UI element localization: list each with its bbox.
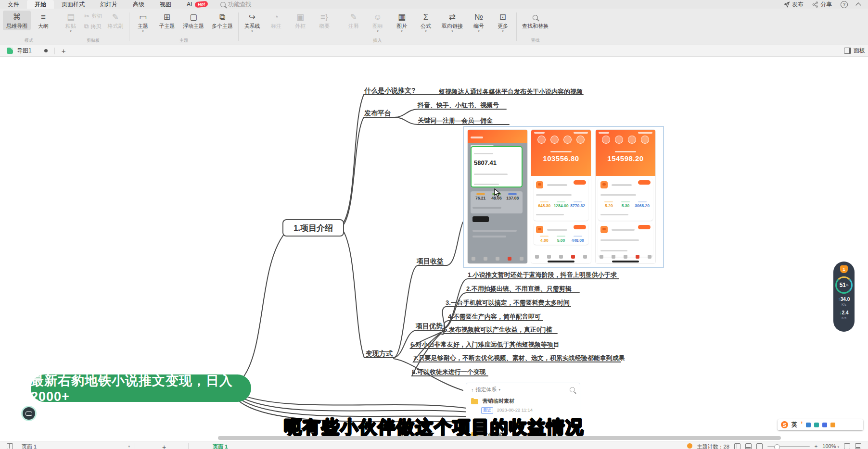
menu-tab-file[interactable]: 文件: [0, 0, 27, 9]
mic-icon[interactable]: [806, 423, 811, 427]
multiple-topic-button[interactable]: ⧉ 多个主题: [208, 11, 236, 30]
toolbox-icon[interactable]: [822, 423, 827, 427]
mascot-icon: [536, 226, 543, 233]
paper-plane-icon: [784, 1, 790, 8]
keyboard-icon[interactable]: [814, 423, 819, 427]
network-accelerator-widget[interactable]: 1 51% ↑34.0 K/s ↓2.4 K/s: [833, 262, 855, 332]
node-keyword-flow[interactable]: 关键词—注册—会员—佣金: [418, 116, 493, 125]
paste-icon: ▤: [67, 12, 75, 23]
formula-icon: Σ: [423, 12, 429, 23]
select-mode-icon[interactable]: [7, 443, 13, 449]
branch-project-income[interactable]: 项目收益: [417, 257, 444, 266]
zoom-slider[interactable]: [767, 446, 810, 447]
collapse-ribbon-icon[interactable]: [855, 2, 861, 8]
panel-header: 指定体系: [476, 386, 497, 393]
horizontal-scrollbar[interactable]: [218, 436, 781, 440]
advantage-item[interactable]: 4.不需要生产内容，简单配音即可: [448, 312, 541, 321]
upload-speed: ↑34.0 K/s: [838, 297, 850, 307]
group-label-topic: 主题: [131, 37, 236, 45]
advantage-item[interactable]: 3.一台手机就可以搞定，不需要耗费太多时间: [446, 299, 570, 307]
find-replace-button[interactable]: 查找和替换: [519, 11, 552, 30]
topic-icon: ▭: [139, 12, 147, 23]
branch-what-is[interactable]: 什么是小说推文?: [364, 87, 416, 95]
outline-mode-button[interactable]: ≡ 大纲: [32, 11, 55, 30]
view-rows-icon[interactable]: [745, 443, 752, 449]
balance-2: 103556.80: [531, 154, 591, 162]
menu-tab-view[interactable]: 视图: [152, 0, 179, 9]
income-screenshots-image[interactable]: 5807.41 780.00 76.21 48.06 137.08: [463, 126, 664, 268]
node-what-is-child[interactable]: 短视频达人通过各媒体平台发布关于小说内容的视频: [439, 87, 583, 96]
folder-icon: [471, 399, 478, 404]
more-button[interactable]: ⊡ 更多 ▾: [491, 11, 514, 33]
branch-project-advantages[interactable]: 项目优势: [416, 322, 443, 331]
map-central-topic[interactable]: 最新右豹地铁小说推文变现，日入2000+: [31, 374, 251, 402]
bidirectional-link-button[interactable]: ⇄ 双向链接 ▾: [438, 11, 466, 33]
cut-button: ✂剪切: [84, 12, 102, 20]
floating-topic-button[interactable]: ▢ 浮动主题: [179, 11, 207, 30]
doc-tab-mindmap1[interactable]: 导图1: [17, 47, 32, 55]
cut-icon: ✂: [84, 12, 89, 20]
page-tab-active[interactable]: 页面 1: [213, 443, 228, 449]
menu-tab-ai[interactable]: AI: [179, 0, 194, 9]
root-topic-node[interactable]: 1.项目介绍: [282, 219, 344, 237]
mindmap-mode-button[interactable]: ⌘ 思维导图: [3, 11, 31, 30]
ribbon: ⌘ 思维导图 ≡ 大纲 模式 ▤ 粘贴 ▾ ✂剪切 ⧉拷贝: [0, 9, 868, 45]
ime-toolbar[interactable]: S 英 ’: [778, 419, 863, 430]
menu-tab-page-style[interactable]: 页面样式: [54, 0, 92, 9]
format-painter-button: ✎ 格式刷: [104, 11, 127, 30]
page-dropdown[interactable]: 页面 1 ▾: [22, 443, 130, 449]
sogou-logo-icon[interactable]: S: [781, 421, 788, 428]
menu-tab-home[interactable]: 开始: [27, 0, 54, 9]
publish-button[interactable]: 发布: [784, 0, 804, 9]
mascot-icon: [536, 181, 543, 188]
branch-platforms[interactable]: 发布平台: [364, 109, 391, 118]
add-map-tab-button[interactable]: +: [55, 47, 73, 55]
topic-button[interactable]: ▭ 主题 ▾: [131, 11, 154, 33]
share-button[interactable]: 分享: [812, 0, 832, 9]
branch-monetization[interactable]: 变现方式: [366, 349, 393, 358]
zoom-slider-handle[interactable]: [774, 444, 780, 449]
add-page-button[interactable]: +: [162, 443, 166, 449]
find-replace-icon: [533, 12, 538, 23]
view-fit-icon[interactable]: [756, 443, 763, 449]
ime-punct-toggle[interactable]: ’: [801, 421, 803, 429]
fullscreen-icon[interactable]: [844, 443, 850, 449]
presentation-icon[interactable]: [855, 443, 861, 449]
status-bar: 页面 1 ▾ + 页面 1 主题计数：28 + 100% ▾: [0, 441, 868, 449]
hot-badge: Hot: [195, 1, 208, 8]
advantage-item[interactable]: 2.不用拍摄出镜、不用直播、只需剪辑: [466, 285, 572, 293]
view-columns-icon[interactable]: [734, 443, 740, 449]
subtopic-button[interactable]: ⊞ 子主题: [155, 11, 179, 30]
group-label-find: 查找: [519, 37, 552, 45]
menu-tab-advanced[interactable]: 高级: [125, 0, 152, 9]
panel-toggle[interactable]: 面板: [854, 47, 865, 55]
advantage-item[interactable]: 1.小说推文暂时还处于蓝海阶段，抖音上明显供小于求: [468, 271, 617, 279]
zoom-level[interactable]: 100% ▾: [822, 443, 839, 449]
formula-button[interactable]: Σ 公式 ▾: [414, 11, 437, 33]
advantage-item[interactable]: 7.只要足够耐心，不断去优化视频、素材、选文，积累实战经验都能拿到成果: [413, 354, 625, 362]
multiple-topic-icon: ⧉: [219, 12, 225, 23]
panel-icon: [844, 48, 851, 54]
menu-tab-slides[interactable]: 幻灯片: [92, 0, 125, 9]
folder-name-1[interactable]: 营销临时素材: [483, 398, 514, 404]
help-button[interactable]: ?: [841, 1, 848, 8]
topic-count-icon: [687, 443, 692, 449]
advantage-item[interactable]: 6.对小白非常友好，入门难度远低于其他短视频等项目: [410, 340, 560, 349]
numbering-button[interactable]: № 编号 ▾: [467, 11, 490, 33]
balance-3: 154598.20: [596, 154, 655, 162]
relation-line-button[interactable]: ↪ 关系线 ▾: [241, 11, 264, 33]
image-button[interactable]: ▦ 图片 ▾: [390, 11, 413, 33]
skin-grid-icon[interactable]: [830, 423, 835, 427]
node-platform-list[interactable]: 抖音、快手、小红书、视频号: [418, 101, 499, 110]
function-search[interactable]: 功能查找: [220, 0, 251, 9]
topic-count-label: 主题计数：28: [697, 443, 729, 449]
ime-lang-toggle[interactable]: 英: [791, 421, 797, 429]
group-label-insert: 插入: [241, 37, 514, 45]
memory-gauge: 51%: [835, 276, 853, 294]
shield-icon: 1: [840, 265, 848, 273]
zoom-in-button[interactable]: +: [815, 443, 817, 449]
up-arrow-icon: ↑: [471, 387, 474, 393]
advantage-item[interactable]: 8.可以收徒来进行一个变现: [412, 368, 486, 376]
advantage-item[interactable]: 5.发布视频就可以产生收益，真正0门槛: [444, 325, 552, 334]
phone-screenshot-3: 154598.20 5.20 5.30 3068.20: [596, 130, 655, 263]
